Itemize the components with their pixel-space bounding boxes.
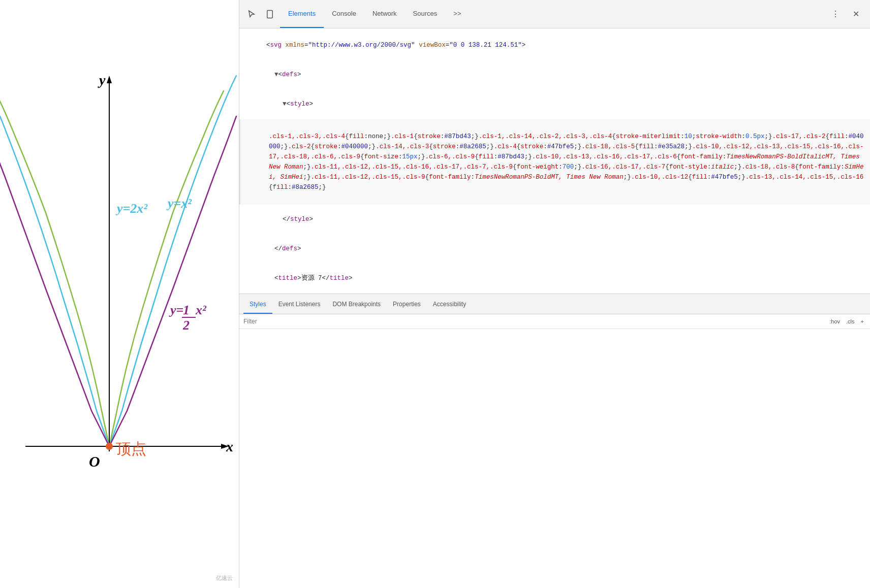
- add-style-button[interactable]: +: [859, 317, 866, 325]
- xml-line-style[interactable]: ▼<style>: [239, 90, 870, 119]
- xml-line-defs-close[interactable]: </defs>: [239, 234, 870, 264]
- tab-network[interactable]: Network: [364, 0, 405, 28]
- xml-line-defs[interactable]: ▼<defs>: [239, 60, 870, 89]
- hov-button[interactable]: :hov: [827, 317, 842, 325]
- bottom-tabs: Styles Event Listeners DOM Breakpoints P…: [239, 294, 870, 314]
- elements-content[interactable]: <svg xmlns="http://www.w3.org/2000/svg" …: [239, 28, 870, 293]
- style-block-content[interactable]: .cls-1,.cls-3,.cls-4{fill:none;}.cls-1{s…: [239, 119, 870, 205]
- tab-properties[interactable]: Properties: [387, 296, 427, 314]
- devtools-menu-btn[interactable]: ⋮: [827, 6, 844, 22]
- filter-buttons: :hov .cls +: [827, 317, 866, 325]
- tab-console[interactable]: Console: [324, 0, 364, 28]
- watermark: 亿速云: [216, 574, 233, 582]
- filter-input[interactable]: [243, 318, 827, 325]
- svg-text:1: 1: [183, 303, 190, 317]
- devtools-tabs: Elements Console Network Sources >>: [280, 0, 827, 28]
- svg-text:2: 2: [182, 318, 190, 333]
- svg-text:x: x: [226, 439, 233, 454]
- svg-text:y=2x²: y=2x²: [115, 201, 148, 216]
- svg-text:y=: y=: [169, 303, 183, 317]
- bottom-content: [239, 329, 870, 588]
- svg-text:y: y: [98, 72, 106, 88]
- xml-line-title[interactable]: <title>资源 7</title>: [239, 264, 870, 293]
- svg-rect-16: [267, 10, 273, 18]
- math-visualization: y x O y=2x² y=x² y= 1 2 x² 顶点 亿速云: [0, 0, 239, 588]
- device-icon-btn[interactable]: [262, 6, 278, 22]
- devtools-close-btn[interactable]: ✕: [848, 6, 864, 22]
- devtools-panel: Elements Console Network Sources >> ⋮ ✕ …: [239, 0, 870, 588]
- xml-line-svg[interactable]: <svg xmlns="http://www.w3.org/2000/svg" …: [239, 30, 870, 60]
- tab-more[interactable]: >>: [445, 0, 469, 28]
- xml-line-style-close[interactable]: </style>: [239, 205, 870, 234]
- svg-marker-1: [107, 76, 112, 83]
- tab-dom-breakpoints[interactable]: DOM Breakpoints: [326, 296, 387, 314]
- cursor-icon-btn[interactable]: [243, 6, 260, 22]
- svg-text:x²: x²: [195, 303, 207, 317]
- tab-accessibility[interactable]: Accessibility: [427, 296, 472, 314]
- svg-text:顶点: 顶点: [116, 440, 146, 457]
- devtools-actions: ⋮ ✕: [827, 6, 866, 22]
- tab-styles[interactable]: Styles: [243, 296, 272, 314]
- tab-sources[interactable]: Sources: [405, 0, 446, 28]
- devtools-header: Elements Console Network Sources >> ⋮ ✕: [239, 0, 870, 28]
- bottom-panel: Styles Event Listeners DOM Breakpoints P…: [239, 293, 870, 588]
- svg-text:y=x²: y=x²: [166, 196, 192, 211]
- tab-event-listeners[interactable]: Event Listeners: [272, 296, 327, 314]
- filter-bar: :hov .cls +: [239, 314, 870, 329]
- tab-elements[interactable]: Elements: [280, 0, 324, 28]
- cls-button[interactable]: .cls: [844, 317, 857, 325]
- svg-point-4: [106, 443, 113, 450]
- svg-text:O: O: [89, 453, 100, 470]
